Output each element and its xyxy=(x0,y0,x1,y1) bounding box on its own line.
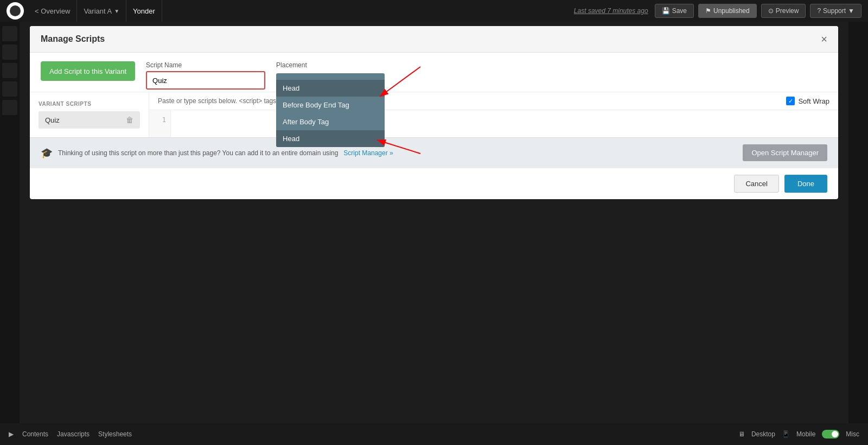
mobile-icon: 📱 xyxy=(782,430,790,438)
script-list-item-quiz[interactable]: Quiz 🗑 xyxy=(39,111,140,129)
unpublished-icon: ⚑ xyxy=(705,7,711,15)
javascripts-nav[interactable]: Javascripts xyxy=(57,430,90,438)
script-sidebar: VARIANT SCRIPTS Quiz 🗑 xyxy=(30,92,149,137)
desktop-icon: 🖥 xyxy=(738,430,745,438)
save-info: Last saved 7 minutes ago xyxy=(574,7,648,15)
top-bar-actions: Last saved 7 minutes ago 💾 Save ⚑ Unpubl… xyxy=(574,4,861,18)
editor-toolbar: Paste or type scripts below. <script> ta… xyxy=(149,92,838,110)
modal-overlay: Manage Scripts × Add Script to this Vari… xyxy=(0,22,868,445)
expand-icon[interactable]: ▶ xyxy=(9,430,14,438)
variant-scripts-label: VARIANT SCRIPTS xyxy=(39,101,140,107)
done-button[interactable]: Done xyxy=(784,175,827,193)
line-numbers: 1 xyxy=(149,110,171,137)
help-icon: ? xyxy=(817,7,821,15)
modal-title: Manage Scripts xyxy=(41,34,105,44)
desktop-label[interactable]: Desktop xyxy=(751,430,775,438)
modal-footer: Cancel Done xyxy=(30,168,838,199)
delete-script-icon[interactable]: 🗑 xyxy=(126,116,133,124)
stylesheets-nav[interactable]: Stylesheets xyxy=(98,430,132,438)
variant-nav[interactable]: Variant A ▼ xyxy=(77,0,126,22)
soft-wrap-checkbox[interactable] xyxy=(786,97,795,105)
top-nav: < Overview Variant A ▼ Yonder xyxy=(28,0,162,22)
manage-scripts-modal: Manage Scripts × Add Script to this Vari… xyxy=(30,26,838,199)
script-name-label: Script Name xyxy=(146,61,265,69)
variant-dropdown-icon: ▼ xyxy=(114,8,119,14)
bottom-bar-left: ▶ Contents Javascripts Stylesheets xyxy=(9,430,132,438)
bottom-info-bar: 🎓 Thinking of using this script on more … xyxy=(30,137,838,168)
support-dropdown-icon: ▼ xyxy=(848,7,854,15)
placement-option-head-bottom[interactable]: Head xyxy=(276,130,385,147)
preview-button[interactable]: ⊙ Preview xyxy=(761,4,806,18)
mobile-label[interactable]: Mobile xyxy=(796,430,815,438)
graduation-cap-icon: 🎓 xyxy=(41,147,53,159)
script-name-field: Script Name xyxy=(146,61,265,90)
close-button[interactable]: × xyxy=(821,34,827,44)
placement-option-before-body[interactable]: Before Body End Tag xyxy=(276,97,385,113)
content-area: VARIANT SCRIPTS Quiz 🗑 Paste or type scr… xyxy=(30,92,838,137)
script-item-name: Quiz xyxy=(45,116,60,124)
support-button[interactable]: ? Support ▼ xyxy=(810,4,861,18)
script-editor-area: Paste or type scripts below. <script> ta… xyxy=(149,92,838,137)
placement-field: Placement Head ▼ Head Before Body End Ta… xyxy=(276,61,385,92)
placement-dropdown: Head Before Body End Tag After Body Tag … xyxy=(276,80,385,147)
soft-wrap-label-text: Soft Wrap xyxy=(798,97,829,105)
script-manager-link[interactable]: Script Manager » xyxy=(343,149,393,157)
bottom-info-text: 🎓 Thinking of using this script on more … xyxy=(41,147,393,159)
soft-wrap-toggle: Soft Wrap xyxy=(786,97,829,105)
line-number-1: 1 xyxy=(149,115,170,125)
cancel-button[interactable]: Cancel xyxy=(734,175,778,193)
add-script-button[interactable]: Add Script to this Variant xyxy=(41,61,135,81)
modal-top-row: Add Script to this Variant Script Name P… xyxy=(30,53,838,92)
bottom-info-message: Thinking of using this script on more th… xyxy=(58,149,338,157)
save-icon: 💾 xyxy=(662,7,670,15)
page-title: Yonder xyxy=(126,0,162,22)
misc-label[interactable]: Misc xyxy=(846,430,859,438)
unpublished-button[interactable]: ⚑ Unpublished xyxy=(698,4,757,18)
overview-nav[interactable]: < Overview xyxy=(28,0,77,22)
code-content[interactable] xyxy=(171,110,838,137)
contents-nav[interactable]: Contents xyxy=(22,430,48,438)
code-editor[interactable]: 1 xyxy=(149,110,838,137)
device-toggle-switch[interactable] xyxy=(822,430,839,438)
bottom-bar-right: 🖥 Desktop 📱 Mobile Misc xyxy=(738,430,859,438)
logo[interactable] xyxy=(7,2,24,20)
save-button[interactable]: 💾 Save xyxy=(655,4,694,18)
preview-icon: ⊙ xyxy=(768,7,774,15)
bottom-bar: ▶ Contents Javascripts Stylesheets 🖥 Des… xyxy=(0,423,868,445)
modal-header: Manage Scripts × xyxy=(30,26,838,53)
script-name-input[interactable] xyxy=(146,71,265,90)
placement-label: Placement xyxy=(276,61,385,69)
placement-option-head-top[interactable]: Head xyxy=(276,80,385,97)
placement-option-after-body[interactable]: After Body Tag xyxy=(276,113,385,130)
top-bar: < Overview Variant A ▼ Yonder Last saved… xyxy=(0,0,868,22)
open-script-manager-button[interactable]: Open Script Manager xyxy=(743,144,827,161)
